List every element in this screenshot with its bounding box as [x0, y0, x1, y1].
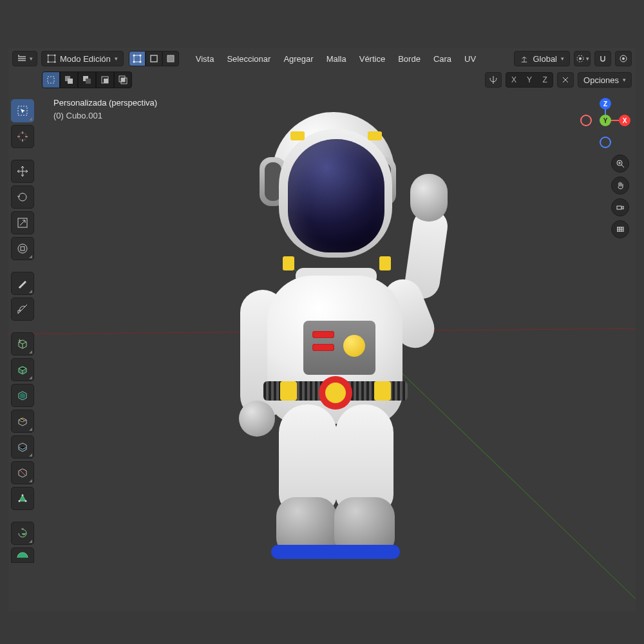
- window-top-band: [0, 0, 644, 48]
- gizmo-axis-x[interactable]: X: [619, 115, 630, 126]
- menu-select[interactable]: Seleccionar: [220, 52, 277, 66]
- menu-face[interactable]: Cara: [427, 52, 458, 66]
- viewport-header: ▾ Modo Edición ▾ Vista Seleccionar Agreg…: [8, 48, 636, 70]
- tool-inset-faces[interactable]: [11, 384, 34, 407]
- select-extend-icon[interactable]: [60, 71, 78, 88]
- auto-merge-icon[interactable]: [557, 72, 574, 88]
- svg-rect-31: [21, 247, 24, 251]
- svg-text:+: +: [18, 337, 21, 344]
- svg-point-8: [139, 55, 141, 57]
- gizmo-axis-z[interactable]: Z: [600, 98, 611, 109]
- tool-select-box[interactable]: [11, 99, 34, 122]
- select-mode-edge[interactable]: [146, 51, 162, 66]
- tool-bevel[interactable]: [11, 410, 34, 433]
- svg-rect-11: [151, 55, 157, 62]
- select-mode-face[interactable]: [162, 51, 179, 66]
- gizmo-axis-neg-z[interactable]: [600, 137, 611, 148]
- svg-rect-1: [48, 55, 55, 62]
- svg-point-5: [54, 61, 56, 63]
- svg-point-30: [18, 244, 27, 253]
- tool-smooth[interactable]: [11, 547, 34, 563]
- symmetry-y[interactable]: Y: [522, 73, 537, 87]
- mode-dropdown[interactable]: Modo Edición ▾: [41, 51, 124, 66]
- viewport-nav-buttons: [611, 155, 630, 238]
- tool-poly-build[interactable]: [11, 487, 34, 510]
- svg-point-0: [18, 55, 19, 56]
- gizmo-axis-neg-x[interactable]: [580, 115, 592, 126]
- svg-point-34: [25, 500, 27, 502]
- 3d-viewport-area: ▾ Modo Edición ▾ Vista Seleccionar Agreg…: [8, 48, 636, 612]
- viewport-header-row2: X Y Z Opciones ▾: [8, 70, 636, 90]
- camera-view-icon[interactable]: [611, 198, 629, 216]
- svg-point-10: [139, 61, 141, 63]
- svg-point-4: [47, 61, 49, 63]
- svg-rect-19: [68, 79, 73, 84]
- mesh-symmetry-axes: X Y Z: [506, 72, 553, 88]
- svg-rect-21: [86, 79, 91, 84]
- select-mode-vertex[interactable]: [129, 51, 146, 66]
- options-label: Opciones: [583, 75, 619, 85]
- menu-add[interactable]: Agregar: [277, 52, 319, 66]
- mesh-symmetry-icon[interactable]: [485, 72, 502, 88]
- svg-rect-37: [617, 206, 621, 209]
- select-invert-icon[interactable]: [96, 71, 114, 88]
- svg-rect-23: [104, 79, 108, 83]
- mode-label: Modo Edición: [60, 54, 111, 64]
- symmetry-z[interactable]: Z: [537, 73, 553, 87]
- viewport-nav-gizmo[interactable]: Z Y X: [580, 98, 630, 148]
- menu-mesh[interactable]: Malla: [320, 52, 353, 66]
- select-tool-modes: [42, 71, 132, 88]
- viewport-info: Personalizada (perspectiva) (0) Cubo.001: [53, 97, 157, 122]
- active-object-name: (0) Cubo.001: [53, 109, 157, 122]
- svg-rect-6: [134, 55, 140, 62]
- tool-transform[interactable]: [11, 237, 34, 260]
- tool-measure[interactable]: [11, 298, 34, 321]
- editor-type-button[interactable]: ▾: [12, 51, 37, 66]
- pan-icon[interactable]: [611, 176, 629, 194]
- symmetry-x[interactable]: X: [506, 73, 522, 87]
- transform-orientation-dropdown[interactable]: Global ▾: [514, 51, 570, 66]
- svg-rect-12: [167, 55, 174, 62]
- svg-rect-17: [48, 77, 54, 83]
- tool-cursor[interactable]: [11, 125, 34, 148]
- app-frame: ▾ Modo Edición ▾ Vista Seleccionar Agreg…: [0, 0, 644, 644]
- select-new-icon[interactable]: [42, 71, 60, 88]
- tool-scale[interactable]: [11, 211, 34, 234]
- menu-edge[interactable]: Borde: [392, 52, 427, 66]
- tool-extrude-region[interactable]: [11, 358, 34, 381]
- viewport-menu: Vista Seleccionar Agregar Malla Vértice …: [189, 52, 482, 66]
- viewport[interactable]: [8, 48, 636, 612]
- select-intersect-icon[interactable]: [114, 71, 132, 88]
- svg-point-7: [133, 55, 135, 57]
- svg-point-13: [579, 57, 582, 60]
- tool-add-cube[interactable]: +: [11, 332, 34, 355]
- tool-move[interactable]: [11, 160, 34, 183]
- svg-point-16: [622, 57, 625, 60]
- scene-object-astronaut[interactable]: [202, 112, 459, 569]
- svg-point-3: [54, 54, 56, 56]
- svg-point-35: [22, 495, 24, 497]
- mesh-select-mode: [129, 51, 179, 66]
- pivot-point-button[interactable]: ▾: [574, 51, 591, 66]
- menu-view[interactable]: Vista: [189, 52, 221, 66]
- snap-toggle[interactable]: [594, 51, 611, 66]
- tool-annotate[interactable]: [11, 272, 34, 295]
- gizmo-axis-y[interactable]: Y: [600, 115, 611, 126]
- tool-knife[interactable]: [11, 461, 34, 484]
- tool-shelf: +: [11, 99, 37, 563]
- svg-point-9: [133, 61, 135, 63]
- perspective-toggle-icon[interactable]: [611, 220, 629, 238]
- zoom-icon[interactable]: [611, 155, 629, 173]
- svg-rect-26: [121, 78, 125, 82]
- view-name: Personalizada (perspectiva): [53, 97, 157, 109]
- select-subtract-icon[interactable]: [78, 71, 96, 88]
- menu-uv[interactable]: UV: [458, 52, 482, 66]
- proportional-edit-toggle[interactable]: [615, 51, 632, 66]
- menu-vertex[interactable]: Vértice: [353, 52, 392, 66]
- tool-rotate[interactable]: [11, 185, 34, 209]
- tool-loop-cut[interactable]: [11, 435, 34, 459]
- svg-point-33: [19, 500, 21, 502]
- tool-spin[interactable]: [11, 522, 34, 545]
- orientation-label: Global: [533, 54, 557, 64]
- options-dropdown[interactable]: Opciones ▾: [578, 72, 632, 88]
